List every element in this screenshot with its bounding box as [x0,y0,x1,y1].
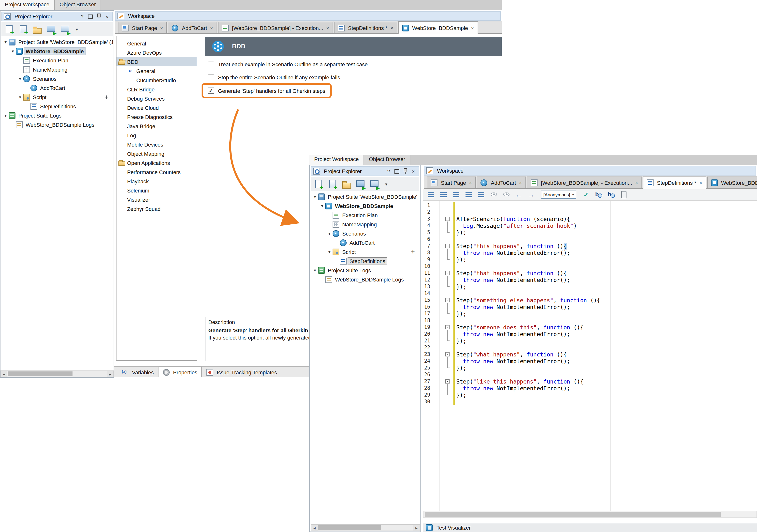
close-tab-icon[interactable]: × [469,180,472,185]
tree-item-webstore-bddsample[interactable]: ▾WebStore_BDDSample [0,47,113,56]
expander-icon[interactable]: ▾ [17,76,23,81]
toolbar-dropdown-caret-icon[interactable]: ▾ [74,24,80,35]
tree-item-script[interactable]: ▾Script+ [310,247,419,256]
tree-item-webstore-bddsample-logs[interactable]: WebStore_BDDSample Logs [310,275,419,284]
tree-item-webstore-bddsample[interactable]: ▾WebStore_BDDSample [310,201,419,210]
checkbox-label[interactable]: Treat each example in Scenario Outline a… [218,61,368,67]
tree-item-scenarios[interactable]: ▾Scenarios [310,229,419,238]
watch-1-icon[interactable] [488,189,500,200]
float-icon[interactable] [87,13,94,20]
tree-item-namemapping[interactable]: NameMapping [0,65,113,74]
settings-item-debug-services[interactable]: Debug Services [116,94,197,103]
add-new-project-suite-icon[interactable] [313,179,324,189]
doc-tab-webstore-bddsample-execution[interactable]: [WebStore_BDDSample] - Execution...× [527,176,642,188]
checkbox[interactable] [208,61,214,67]
close-tab-icon[interactable]: × [519,180,522,185]
add-new-project-suite-icon[interactable] [4,24,15,35]
editor-horizontal-scrollbar[interactable] [423,511,757,518]
scrollbar-thumb[interactable] [318,525,381,530]
run-project-suite-icon[interactable] [355,179,366,189]
settings-item-device-cloud[interactable]: Device Cloud [116,103,197,112]
close-tab-icon[interactable]: × [699,180,702,185]
close-icon[interactable]: × [410,168,417,174]
float-icon[interactable] [393,168,400,174]
doc-tab-start-page[interactable]: Start Page× [427,176,476,188]
checkbox[interactable]: ✓ [208,87,214,94]
horizontal-scrollbar[interactable]: ◀ ▶ [0,370,114,377]
settings-item-freeze-diagnostics[interactable]: Freeze Diagnostics [116,112,197,121]
tree-item-addtocart[interactable]: AddToCart [310,238,419,247]
code-text[interactable]: AfterScenario(function (scenario){ Log.M… [456,202,757,405]
tree-item-execution-plan[interactable]: Execution Plan [0,56,113,65]
doc-tab-stepdefinitions[interactable]: StepDefinitions *× [643,176,706,189]
doc-tab-stepdefinitions[interactable]: StepDefinitions *× [334,22,397,33]
expander-icon[interactable]: ▾ [319,203,325,208]
doc-tab-start-page[interactable]: Start Page× [118,22,167,33]
doc-tab-webstore-bddsample-execution[interactable]: [WebStore_BDDSample] - Execution...× [218,22,333,33]
help-icon[interactable]: ? [79,13,86,20]
scrollbar-thumb[interactable] [8,371,73,376]
close-tab-icon[interactable]: × [326,25,329,31]
settings-item-mobile-devices[interactable]: Mobile Devices [116,140,197,149]
expander-icon[interactable]: ▾ [2,113,9,118]
expander-icon[interactable]: ▾ [10,48,16,53]
dock-tab-project-workspace[interactable]: Project Workspace [309,155,364,165]
settings-item-zephyr-squad[interactable]: Zephyr Squad [116,204,197,213]
code-editor[interactable]: 1234567891011121314151617181920212223242… [423,201,757,511]
settings-item-cucumberstudio[interactable]: CucumberStudio [116,76,197,85]
bottom-tab-issue-tracking-templates[interactable]: Issue-Tracking Templates [202,367,281,377]
tree-item-project-suite-logs[interactable]: ▾Project Suite Logs [310,266,419,275]
expander-icon[interactable]: ▾ [326,231,333,236]
horizontal-scrollbar[interactable]: ◀ ▶ [311,524,420,531]
format-2-icon[interactable] [450,189,462,200]
bottom-tab-properties[interactable]: Properties [159,367,201,377]
doc-tab-webstore-bddsample[interactable]: WebStore_BDDSample× [398,21,478,34]
settings-item-performance-counters[interactable]: Performance Counters [116,167,197,176]
checkbox-label[interactable]: Stop the entire Scenario Outline if any … [218,74,340,80]
settings-item-selenium[interactable]: Selenium [116,186,197,195]
close-tab-icon[interactable]: × [390,25,393,31]
run-project-suite-icon[interactable] [46,24,57,35]
settings-item-open-applications[interactable]: Open Applications [116,158,197,167]
doc-tab-addtocart[interactable]: AddToCart× [168,22,217,33]
fold-toggle-icon[interactable]: - [445,217,450,221]
expander-icon[interactable]: ▾ [2,40,9,44]
tree-item-script[interactable]: ▾Script+ [0,92,113,102]
scroll-right-icon[interactable]: ▶ [413,525,420,531]
scroll-left-icon[interactable]: ◀ [1,371,7,377]
expander-icon[interactable]: ▾ [312,194,318,199]
add-new-project-icon[interactable] [327,179,338,189]
close-icon[interactable]: × [104,13,110,20]
mobile-screen-icon[interactable] [618,189,630,200]
test-visualizer-bar[interactable]: Test Visualizer [423,523,757,532]
tree-item-stepdefinitions[interactable]: StepDefinitions [0,102,113,111]
fold-toggle-icon[interactable]: - [445,379,450,384]
toolbar-dropdown-caret-icon[interactable]: ▾ [383,179,389,189]
settings-item-general[interactable]: General [116,66,197,76]
settings-item-clr-bridge[interactable]: CLR Bridge [116,85,197,94]
close-tab-icon[interactable]: × [635,180,638,185]
format-1-icon[interactable] [438,189,449,200]
tree-item-project-suite-logs[interactable]: ▾Project Suite Logs [0,111,113,120]
bottom-tab-variables[interactable]: Variables [118,367,158,377]
fold-toggle-icon[interactable]: - [445,352,450,357]
checkbox[interactable] [208,74,214,80]
open-project-icon[interactable] [32,24,43,35]
toggle-comment-icon[interactable] [425,189,437,200]
fold-toggle-icon[interactable]: - [445,298,450,302]
settings-item-azure-devops[interactable]: Azure DevOps [116,48,197,57]
dock-tab-project-workspace[interactable]: Project Workspace [0,0,55,10]
scroll-right-icon[interactable]: ▶ [107,371,113,377]
help-icon[interactable]: ? [385,168,392,174]
add-button[interactable]: + [411,248,415,255]
navigate-back-icon[interactable]: ← [513,189,525,200]
doc-tab-addtocart[interactable]: AddToCart× [477,176,526,188]
format-3-icon[interactable] [463,189,474,200]
tree-item-stepdefinitions[interactable]: StepDefinitions [310,256,419,266]
expander-icon[interactable]: ▾ [326,249,333,254]
tree-item-namemapping[interactable]: NameMapping [310,220,419,229]
expander-icon[interactable]: ▾ [312,268,318,272]
check-syntax-icon[interactable]: ✓ [580,189,592,200]
run-in-browser-2-icon[interactable]: b [605,189,617,200]
tree-item-execution-plan[interactable]: Execution Plan [310,210,419,220]
